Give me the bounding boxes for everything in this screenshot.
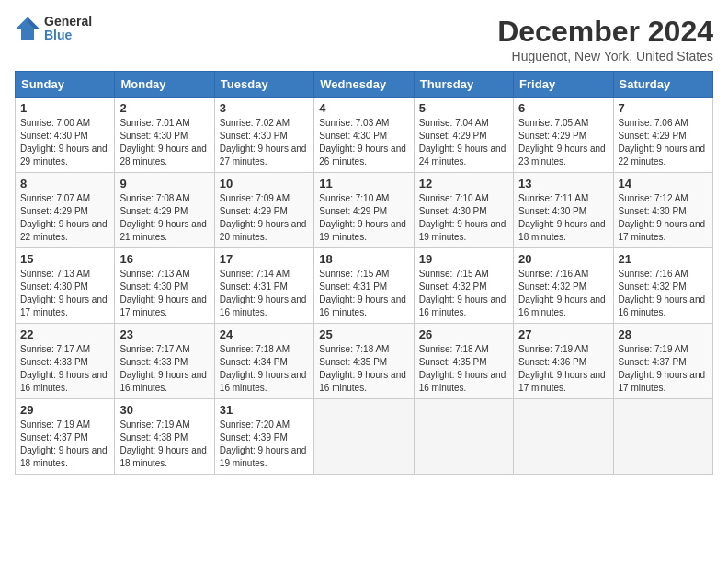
cell-details: Sunrise: 7:10 AMSunset: 4:29 PMDaylight:… — [319, 192, 408, 244]
cell-details: Sunrise: 7:01 AMSunset: 4:30 PMDaylight:… — [119, 117, 209, 168]
calendar-cell: 17Sunrise: 7:14 AMSunset: 4:31 PMDayligh… — [214, 248, 313, 324]
day-number: 27 — [518, 327, 608, 341]
column-header-thursday: Thursday — [414, 72, 513, 98]
page-header: General Blue December 2024 Huguenot, New… — [15, 15, 713, 63]
cell-details: Sunrise: 7:06 AMSunset: 4:29 PMDaylight:… — [619, 117, 708, 168]
calendar-cell: 10Sunrise: 7:09 AMSunset: 4:29 PMDayligh… — [214, 173, 313, 248]
column-header-friday: Friday — [514, 72, 613, 98]
calendar-cell: 1Sunrise: 7:00 AMSunset: 4:30 PMDaylight… — [16, 98, 115, 173]
calendar-week-row: 1Sunrise: 7:00 AMSunset: 4:30 PMDaylight… — [16, 98, 713, 173]
day-number: 24 — [220, 327, 309, 341]
day-number: 17 — [220, 252, 309, 266]
cell-details: Sunrise: 7:19 AMSunset: 4:38 PMDaylight:… — [119, 419, 209, 470]
cell-details: Sunrise: 7:04 AMSunset: 4:29 PMDaylight:… — [419, 117, 508, 168]
cell-details: Sunrise: 7:13 AMSunset: 4:30 PMDaylight:… — [20, 268, 109, 319]
day-number: 9 — [119, 177, 209, 190]
calendar-cell: 4Sunrise: 7:03 AMSunset: 4:30 PMDaylight… — [314, 98, 414, 173]
logo-line1: General — [44, 15, 92, 29]
day-number: 15 — [20, 252, 109, 266]
calendar-cell: 26Sunrise: 7:18 AMSunset: 4:35 PMDayligh… — [414, 324, 513, 399]
day-number: 6 — [518, 101, 608, 115]
calendar-cell: 30Sunrise: 7:19 AMSunset: 4:38 PMDayligh… — [115, 399, 214, 475]
calendar-header-row: SundayMondayTuesdayWednesdayThursdayFrid… — [16, 72, 713, 98]
column-header-tuesday: Tuesday — [214, 72, 313, 98]
day-number: 21 — [619, 252, 708, 266]
cell-details: Sunrise: 7:20 AMSunset: 4:39 PMDaylight:… — [220, 419, 309, 470]
cell-details: Sunrise: 7:17 AMSunset: 4:33 PMDaylight:… — [119, 343, 209, 395]
cell-details: Sunrise: 7:07 AMSunset: 4:29 PMDaylight:… — [20, 192, 109, 244]
cell-details: Sunrise: 7:02 AMSunset: 4:30 PMDaylight:… — [220, 117, 309, 168]
calendar-cell: 29Sunrise: 7:19 AMSunset: 4:37 PMDayligh… — [16, 399, 115, 475]
cell-details: Sunrise: 7:12 AMSunset: 4:30 PMDaylight:… — [619, 192, 708, 244]
day-number: 31 — [220, 403, 309, 417]
cell-details: Sunrise: 7:15 AMSunset: 4:31 PMDaylight:… — [319, 268, 408, 319]
calendar-cell: 21Sunrise: 7:16 AMSunset: 4:32 PMDayligh… — [613, 248, 712, 324]
calendar-cell: 15Sunrise: 7:13 AMSunset: 4:30 PMDayligh… — [16, 248, 115, 324]
day-number: 30 — [119, 403, 209, 417]
cell-details: Sunrise: 7:03 AMSunset: 4:30 PMDaylight:… — [319, 117, 408, 168]
calendar-cell: 14Sunrise: 7:12 AMSunset: 4:30 PMDayligh… — [613, 173, 712, 248]
calendar-cell — [414, 399, 513, 475]
day-number: 1 — [20, 101, 109, 115]
day-number: 22 — [20, 327, 109, 341]
logo-text: General Blue — [44, 15, 92, 43]
day-number: 20 — [518, 252, 608, 266]
calendar-week-row: 22Sunrise: 7:17 AMSunset: 4:33 PMDayligh… — [16, 324, 713, 399]
cell-details: Sunrise: 7:10 AMSunset: 4:30 PMDaylight:… — [419, 192, 508, 244]
cell-details: Sunrise: 7:19 AMSunset: 4:37 PMDaylight:… — [619, 343, 708, 395]
day-number: 18 — [319, 252, 408, 266]
cell-details: Sunrise: 7:18 AMSunset: 4:35 PMDaylight:… — [319, 343, 408, 395]
cell-details: Sunrise: 7:16 AMSunset: 4:32 PMDaylight:… — [518, 268, 608, 319]
day-number: 25 — [319, 327, 408, 341]
day-number: 12 — [419, 177, 508, 190]
calendar-cell: 12Sunrise: 7:10 AMSunset: 4:30 PMDayligh… — [414, 173, 513, 248]
calendar-cell: 20Sunrise: 7:16 AMSunset: 4:32 PMDayligh… — [514, 248, 613, 324]
cell-details: Sunrise: 7:00 AMSunset: 4:30 PMDaylight:… — [20, 117, 109, 168]
calendar-cell: 6Sunrise: 7:05 AMSunset: 4:29 PMDaylight… — [514, 98, 613, 173]
day-number: 10 — [220, 177, 309, 190]
calendar-cell — [613, 399, 712, 475]
day-number: 16 — [119, 252, 209, 266]
column-header-sunday: Sunday — [16, 72, 115, 98]
column-header-saturday: Saturday — [613, 72, 712, 98]
calendar-cell: 5Sunrise: 7:04 AMSunset: 4:29 PMDaylight… — [414, 98, 513, 173]
calendar-cell: 23Sunrise: 7:17 AMSunset: 4:33 PMDayligh… — [115, 324, 214, 399]
calendar-cell — [514, 399, 613, 475]
calendar-cell: 11Sunrise: 7:10 AMSunset: 4:29 PMDayligh… — [314, 173, 414, 248]
calendar-week-row: 29Sunrise: 7:19 AMSunset: 4:37 PMDayligh… — [16, 399, 713, 475]
day-number: 8 — [20, 177, 109, 190]
calendar-week-row: 15Sunrise: 7:13 AMSunset: 4:30 PMDayligh… — [16, 248, 713, 324]
calendar-week-row: 8Sunrise: 7:07 AMSunset: 4:29 PMDaylight… — [16, 173, 713, 248]
cell-details: Sunrise: 7:19 AMSunset: 4:37 PMDaylight:… — [20, 419, 109, 470]
calendar-cell: 9Sunrise: 7:08 AMSunset: 4:29 PMDaylight… — [115, 173, 214, 248]
day-number: 28 — [619, 327, 708, 341]
calendar-subtitle: Huguenot, New York, United States — [497, 49, 713, 63]
calendar-table: SundayMondayTuesdayWednesdayThursdayFrid… — [15, 71, 713, 475]
cell-details: Sunrise: 7:09 AMSunset: 4:29 PMDaylight:… — [220, 192, 309, 244]
calendar-cell: 25Sunrise: 7:18 AMSunset: 4:35 PMDayligh… — [314, 324, 414, 399]
cell-details: Sunrise: 7:11 AMSunset: 4:30 PMDaylight:… — [518, 192, 608, 244]
calendar-cell — [314, 399, 414, 475]
calendar-cell: 7Sunrise: 7:06 AMSunset: 4:29 PMDaylight… — [613, 98, 712, 173]
cell-details: Sunrise: 7:13 AMSunset: 4:30 PMDaylight:… — [119, 268, 209, 319]
day-number: 29 — [20, 403, 109, 417]
cell-details: Sunrise: 7:18 AMSunset: 4:34 PMDaylight:… — [220, 343, 309, 395]
logo-icon — [15, 16, 40, 41]
day-number: 23 — [119, 327, 209, 341]
calendar-cell: 3Sunrise: 7:02 AMSunset: 4:30 PMDaylight… — [214, 98, 313, 173]
logo: General Blue — [15, 15, 92, 43]
cell-details: Sunrise: 7:08 AMSunset: 4:29 PMDaylight:… — [119, 192, 209, 244]
cell-details: Sunrise: 7:15 AMSunset: 4:32 PMDaylight:… — [419, 268, 508, 319]
day-number: 26 — [419, 327, 508, 341]
calendar-cell: 16Sunrise: 7:13 AMSunset: 4:30 PMDayligh… — [115, 248, 214, 324]
cell-details: Sunrise: 7:16 AMSunset: 4:32 PMDaylight:… — [619, 268, 708, 319]
calendar-cell: 18Sunrise: 7:15 AMSunset: 4:31 PMDayligh… — [314, 248, 414, 324]
day-number: 14 — [619, 177, 708, 190]
cell-details: Sunrise: 7:17 AMSunset: 4:33 PMDaylight:… — [20, 343, 109, 395]
cell-details: Sunrise: 7:05 AMSunset: 4:29 PMDaylight:… — [518, 117, 608, 168]
calendar-cell: 8Sunrise: 7:07 AMSunset: 4:29 PMDaylight… — [16, 173, 115, 248]
column-header-monday: Monday — [115, 72, 214, 98]
title-area: December 2024 Huguenot, New York, United… — [497, 15, 713, 63]
cell-details: Sunrise: 7:19 AMSunset: 4:36 PMDaylight:… — [518, 343, 608, 395]
day-number: 2 — [119, 101, 209, 115]
